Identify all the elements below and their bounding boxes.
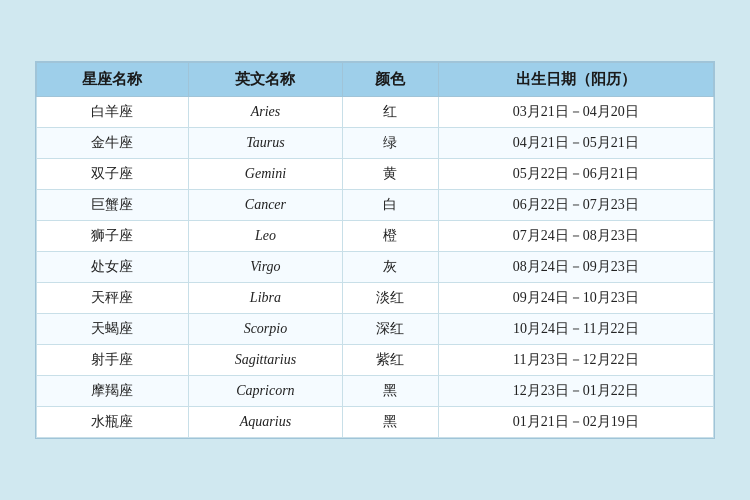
cell-color: 绿 xyxy=(343,128,439,159)
cell-color: 深红 xyxy=(343,314,439,345)
table-row: 双子座Gemini黄05月22日－06月21日 xyxy=(37,159,714,190)
table-row: 摩羯座Capricorn黑12月23日－01月22日 xyxy=(37,376,714,407)
cell-dates: 09月24日－10月23日 xyxy=(438,283,713,314)
cell-dates: 11月23日－12月22日 xyxy=(438,345,713,376)
cell-chinese: 天蝎座 xyxy=(37,314,189,345)
cell-english: Leo xyxy=(188,221,342,252)
table-row: 天秤座Libra淡红09月24日－10月23日 xyxy=(37,283,714,314)
cell-chinese: 处女座 xyxy=(37,252,189,283)
cell-english: Aquarius xyxy=(188,407,342,438)
cell-dates: 10月24日－11月22日 xyxy=(438,314,713,345)
table-row: 天蝎座Scorpio深红10月24日－11月22日 xyxy=(37,314,714,345)
cell-dates: 04月21日－05月21日 xyxy=(438,128,713,159)
cell-dates: 03月21日－04月20日 xyxy=(438,97,713,128)
col-header-chinese: 星座名称 xyxy=(37,63,189,97)
cell-english: Sagittarius xyxy=(188,345,342,376)
table-row: 水瓶座Aquarius黑01月21日－02月19日 xyxy=(37,407,714,438)
col-header-color: 颜色 xyxy=(343,63,439,97)
cell-english: Aries xyxy=(188,97,342,128)
cell-english: Libra xyxy=(188,283,342,314)
table-row: 巨蟹座Cancer白06月22日－07月23日 xyxy=(37,190,714,221)
cell-english: Gemini xyxy=(188,159,342,190)
cell-dates: 08月24日－09月23日 xyxy=(438,252,713,283)
cell-chinese: 天秤座 xyxy=(37,283,189,314)
cell-chinese: 金牛座 xyxy=(37,128,189,159)
cell-dates: 07月24日－08月23日 xyxy=(438,221,713,252)
cell-chinese: 狮子座 xyxy=(37,221,189,252)
cell-color: 橙 xyxy=(343,221,439,252)
cell-dates: 06月22日－07月23日 xyxy=(438,190,713,221)
cell-chinese: 射手座 xyxy=(37,345,189,376)
cell-english: Capricorn xyxy=(188,376,342,407)
cell-color: 淡红 xyxy=(343,283,439,314)
table-row: 处女座Virgo灰08月24日－09月23日 xyxy=(37,252,714,283)
col-header-english: 英文名称 xyxy=(188,63,342,97)
cell-color: 紫红 xyxy=(343,345,439,376)
cell-dates: 05月22日－06月21日 xyxy=(438,159,713,190)
cell-dates: 01月21日－02月19日 xyxy=(438,407,713,438)
zodiac-table-container: 星座名称 英文名称 颜色 出生日期（阳历） 白羊座Aries红03月21日－04… xyxy=(35,61,715,439)
cell-color: 黑 xyxy=(343,376,439,407)
cell-chinese: 水瓶座 xyxy=(37,407,189,438)
cell-english: Taurus xyxy=(188,128,342,159)
cell-english: Scorpio xyxy=(188,314,342,345)
cell-chinese: 巨蟹座 xyxy=(37,190,189,221)
cell-chinese: 白羊座 xyxy=(37,97,189,128)
cell-color: 黄 xyxy=(343,159,439,190)
table-row: 狮子座Leo橙07月24日－08月23日 xyxy=(37,221,714,252)
table-row: 射手座Sagittarius紫红11月23日－12月22日 xyxy=(37,345,714,376)
cell-color: 红 xyxy=(343,97,439,128)
table-header-row: 星座名称 英文名称 颜色 出生日期（阳历） xyxy=(37,63,714,97)
table-row: 白羊座Aries红03月21日－04月20日 xyxy=(37,97,714,128)
cell-chinese: 摩羯座 xyxy=(37,376,189,407)
cell-english: Cancer xyxy=(188,190,342,221)
cell-chinese: 双子座 xyxy=(37,159,189,190)
zodiac-table: 星座名称 英文名称 颜色 出生日期（阳历） 白羊座Aries红03月21日－04… xyxy=(36,62,714,438)
cell-color: 黑 xyxy=(343,407,439,438)
cell-english: Virgo xyxy=(188,252,342,283)
table-body: 白羊座Aries红03月21日－04月20日金牛座Taurus绿04月21日－0… xyxy=(37,97,714,438)
table-row: 金牛座Taurus绿04月21日－05月21日 xyxy=(37,128,714,159)
cell-color: 白 xyxy=(343,190,439,221)
cell-color: 灰 xyxy=(343,252,439,283)
cell-dates: 12月23日－01月22日 xyxy=(438,376,713,407)
col-header-dates: 出生日期（阳历） xyxy=(438,63,713,97)
